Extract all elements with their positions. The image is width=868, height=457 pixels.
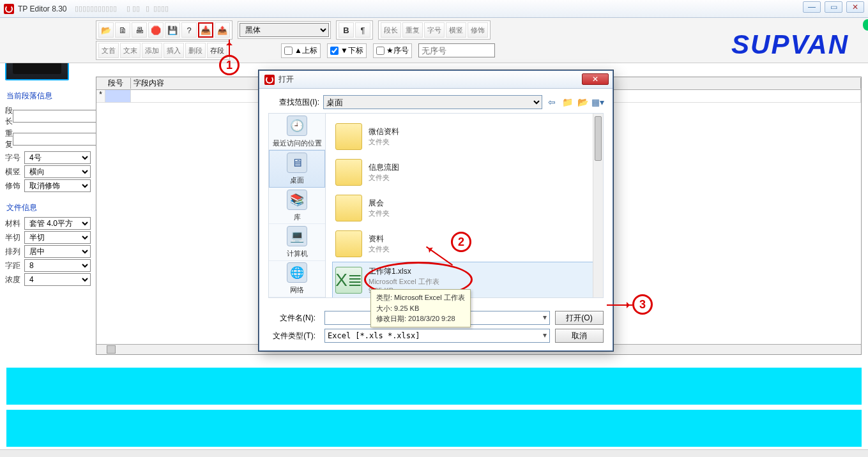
orient-select[interactable]: 横向 — [24, 165, 91, 178]
preview-bar-1 — [6, 368, 862, 405]
delete-seg-button[interactable]: 删段 — [185, 43, 206, 58]
add-button[interactable]: 添加 — [142, 43, 162, 58]
sequence-check[interactable]: ★序号 — [373, 43, 412, 58]
titlebar: TP Editor 8.30 ▯▯▯▯▯▯▯▯▯▯▯ ▯ ▯▯ ▯ ▯▯▯▯ — [0, 0, 868, 18]
list-item[interactable]: 资料文件夹 — [332, 226, 597, 262]
toolbar-area: 📂 🗎 🖶 🛑 💾 ? 📥 📤 黑体 B ¶ 段长 重复 字号 横竖 修饰 — [0, 18, 868, 63]
right-tab-handle[interactable] — [863, 19, 868, 31]
col-segno: 段号 — [105, 78, 131, 89]
export-icon[interactable]: 📤 — [215, 22, 230, 38]
dialog-title: 打开 — [278, 74, 294, 85]
new-icon[interactable]: 🗎 — [115, 22, 130, 38]
status-bar — [0, 449, 868, 457]
list-item[interactable]: 微信资料文件夹 — [332, 119, 597, 154]
text-first-button[interactable]: 文首 — [98, 43, 119, 58]
halfcut-select[interactable]: 半切 — [24, 231, 91, 244]
place-network[interactable]: 🌐网络 — [269, 261, 325, 297]
newfolder-icon[interactable]: 📂 — [577, 96, 588, 108]
orient-button[interactable]: 横竖 — [446, 22, 466, 38]
decor-select[interactable]: 取消修饰 — [24, 179, 91, 192]
close-button[interactable]: ✕ — [846, 1, 864, 13]
lookin-label: 查找范围(I): — [268, 97, 319, 108]
list-item[interactable]: 信息流图文件夹 — [332, 154, 597, 190]
open-button[interactable]: 打开(O) — [555, 311, 604, 325]
material-select[interactable]: 套管 4.0平方 — [24, 217, 91, 230]
place-recent[interactable]: 🕘最近访问的位置 — [269, 114, 325, 150]
preview-bar-2 — [6, 410, 862, 447]
insert-button[interactable]: 插入 — [164, 43, 184, 58]
fontsize-button[interactable]: 字号 — [424, 22, 445, 38]
folder-icon — [335, 159, 362, 186]
spacing-select[interactable]: 8 — [24, 259, 91, 272]
file-tooltip: 类型: Microsoft Excel 工作表 大小: 9.25 KB 修改日期… — [370, 289, 471, 327]
place-computer[interactable]: 💻计算机 — [269, 224, 325, 260]
section-file-info: 文件信息 — [5, 200, 91, 216]
app-icon — [4, 4, 14, 14]
font-combo[interactable]: 黑体 — [240, 23, 329, 37]
folder-icon — [335, 195, 362, 221]
align-select[interactable]: 居中 — [24, 245, 91, 258]
decor-button[interactable]: 修饰 — [468, 22, 488, 38]
cancel-button[interactable]: 取消 — [555, 329, 604, 343]
fontsize-select[interactable]: 4号 — [24, 151, 91, 164]
up-icon[interactable]: 📁 — [561, 96, 573, 108]
window-controls: — ▭ ✕ — [803, 1, 864, 13]
title-misc: ▯▯▯▯▯▯▯▯▯▯▯ ▯ ▯▯ ▯ ▯▯▯▯ — [75, 4, 169, 13]
filetype-combo[interactable]: Excel [*.xls *.xlsx] — [324, 329, 550, 343]
dialog-close-button[interactable]: ✕ — [582, 73, 609, 85]
list-item[interactable]: 展会文件夹 — [332, 190, 597, 226]
folder-icon — [335, 123, 362, 150]
save-seg-button[interactable]: 存段 — [207, 43, 227, 58]
app-title: TP Editor 8.30 — [18, 4, 67, 13]
para-button[interactable]: ¶ — [355, 22, 370, 38]
help-icon[interactable]: ? — [181, 22, 197, 38]
left-panel: 当前段落信息 段长 重复 字号4号 横竖横向 修饰取消修饰 文件信息 材料套管 … — [5, 88, 91, 287]
back-icon[interactable]: ⇦ — [546, 96, 558, 108]
seglen-button[interactable]: 段长 — [381, 22, 401, 38]
import-icon[interactable]: 📥 — [198, 22, 213, 38]
place-desktop[interactable]: 🖥桌面 — [269, 150, 325, 187]
stop-icon[interactable]: 🛑 — [148, 22, 164, 38]
section-current-para: 当前段落信息 — [5, 88, 91, 104]
minimize-button[interactable]: — — [803, 1, 821, 13]
bold-button[interactable]: B — [339, 22, 354, 38]
brand-logo: SUPVAN — [731, 29, 849, 60]
save-icon[interactable]: 💾 — [165, 22, 180, 38]
xlsx-icon: X≣ — [335, 267, 362, 294]
dialog-icon — [264, 75, 275, 85]
density-select[interactable]: 4 — [24, 273, 91, 286]
filetype-label: 文件类型(T): — [268, 331, 319, 341]
text-last-button[interactable]: 文末 — [120, 43, 141, 58]
print-icon[interactable]: 🖶 — [132, 22, 147, 38]
superscript-check[interactable]: ▲上标 — [281, 43, 321, 58]
place-libraries[interactable]: 📚库 — [269, 188, 325, 224]
maximize-button[interactable]: ▭ — [825, 1, 842, 13]
open-icon[interactable]: 📂 — [98, 22, 114, 38]
sequence-input[interactable] — [418, 43, 495, 57]
subscript-check[interactable]: ▼下标 — [327, 43, 367, 58]
filelist-scrollbar[interactable] — [593, 114, 603, 297]
viewmode-icon[interactable]: ▦▾ — [592, 96, 604, 108]
places-bar: 🕘最近访问的位置 🖥桌面 📚库 💻计算机 🌐网络 — [268, 113, 326, 298]
folder-icon — [335, 230, 362, 257]
file-list: 微信资料文件夹 信息流图文件夹 展会文件夹 资料文件夹 X≣ 工作簿1.xlsx… — [326, 113, 604, 298]
filename-label: 文件名(N): — [268, 313, 319, 324]
repeat-button[interactable]: 重复 — [402, 22, 423, 38]
lookin-select[interactable]: 桌面 — [323, 95, 542, 109]
file-toolbar: 📂 🗎 🖶 🛑 💾 ? 📥 📤 — [96, 20, 232, 40]
